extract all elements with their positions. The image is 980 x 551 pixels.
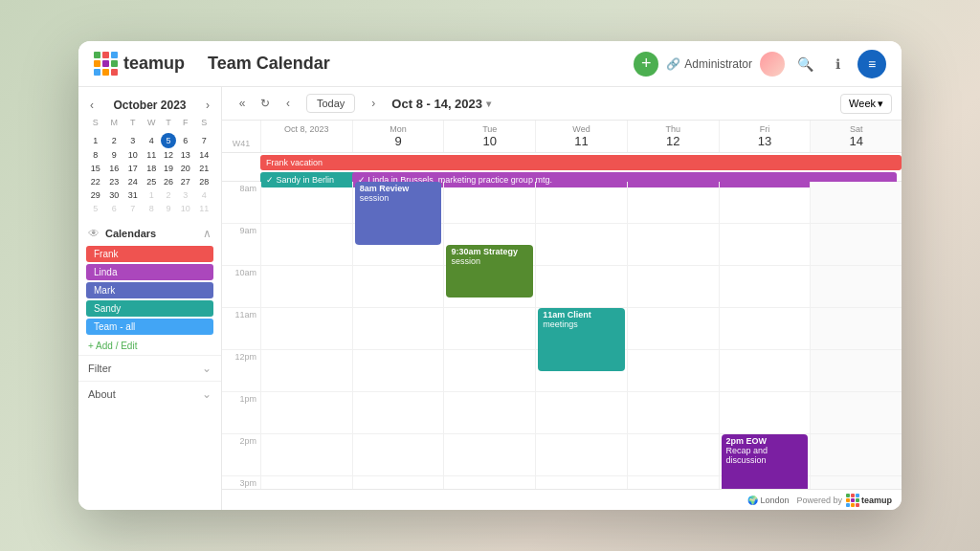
refresh-button[interactable]: ↻ — [255, 93, 276, 114]
cal-nav: « ↻ ‹ — [232, 93, 299, 114]
table-row: 891011121314 — [86, 148, 213, 162]
day-header-s1: S — [86, 116, 105, 129]
cal-footer: 🌍 London Powered by — [222, 489, 902, 510]
date-range-arrow[interactable]: ▾ — [486, 99, 491, 109]
lock-icon: 🔗 — [666, 57, 680, 71]
calendar-item-sandy[interactable]: Sandy — [86, 300, 213, 317]
london-label: London — [760, 496, 789, 505]
table-row: 567891011 — [86, 202, 213, 215]
collapse-icon[interactable]: ∧ — [203, 227, 212, 240]
day-header-wed[interactable]: Wed 11 — [535, 121, 627, 152]
time-slot-1pm: 1pm — [222, 392, 260, 434]
table-row: 1234567 — [86, 133, 213, 148]
avatar[interactable] — [760, 52, 785, 77]
logo: teamup — [94, 52, 185, 76]
day-num-sat: 14 — [813, 134, 900, 148]
time-column: 8am 9am 10am 11am 12pm 1pm 2pm 3pm 4pm 5… — [222, 182, 260, 489]
next-button[interactable]: › — [363, 93, 384, 114]
globe-icon: 🌍 — [747, 496, 758, 505]
event-title: meetings — [543, 320, 620, 329]
footer-brand-icon: teamup — [846, 494, 892, 507]
day-header-t2: T — [161, 116, 176, 129]
header: teamup Team Calendar + 🔗 Administrator 🔍… — [78, 41, 902, 87]
view-label: Week — [849, 98, 876, 109]
event-strategy-session[interactable]: 9:30am Strategy session — [446, 245, 533, 298]
mini-cal-prev[interactable]: ‹ — [86, 99, 98, 112]
filter-accordion[interactable]: Filter ⌄ — [78, 355, 221, 381]
day-name-sat: Sat — [813, 124, 900, 134]
day-num-tue: 10 — [446, 134, 533, 148]
cal-toolbar: « ↻ ‹ Today › Oct 8 - 14, 2023 ▾ Week ▾ — [222, 87, 902, 121]
calendar-item-team[interactable]: Team - all — [86, 319, 213, 335]
day-name-tue: Tue — [446, 124, 533, 134]
admin-button[interactable]: 🔗 Administrator — [666, 57, 752, 71]
allday-events: Frank vacation ✓ Sandy in Berlin ✓ Linda… — [260, 153, 902, 181]
allday-row: Frank vacation ✓ Sandy in Berlin ✓ Linda… — [222, 153, 902, 182]
day-name-fri: Fri — [722, 124, 809, 134]
calendar-item-frank[interactable]: Frank — [86, 246, 213, 262]
event-title: session — [451, 256, 528, 266]
time-slot-9am: 9am — [222, 224, 260, 266]
day-header-t1: T — [123, 116, 143, 129]
calendar-item-mark[interactable]: Mark — [86, 282, 213, 298]
day-col-fri[interactable]: 2pm EOW Recap and discussion — [719, 182, 811, 489]
day-header-mon[interactable]: Mon 9 — [352, 121, 444, 152]
table-row: 2930311234 — [86, 188, 213, 202]
mini-calendar: ‹ October 2023 › S M T W — [78, 95, 221, 219]
logo-icon — [94, 52, 118, 76]
day-header-thu[interactable]: Thu 12 — [627, 121, 719, 152]
filter-collapse-icon: ⌄ — [202, 362, 212, 375]
day-header-m: M — [105, 116, 124, 129]
day-header-w: W — [143, 116, 162, 129]
allday-event-frank-vacation[interactable]: Frank vacation — [260, 155, 902, 170]
time-slot-12pm: 12pm — [222, 350, 260, 392]
time-grid: 8am 9am 10am 11am 12pm 1pm 2pm 3pm 4pm 5… — [222, 182, 902, 489]
prev-prev-button[interactable]: « — [232, 93, 253, 114]
day-col-wed[interactable]: 11am Client meetings — [535, 182, 627, 489]
today-button[interactable]: Today — [306, 94, 355, 113]
event-review-session[interactable]: 8am Review session — [355, 182, 442, 245]
day-col-tue[interactable]: 9:30am Strategy session — [443, 182, 535, 489]
allday-label — [222, 153, 260, 181]
event-eow-recap[interactable]: 2pm EOW Recap and discussion — [722, 434, 809, 489]
london-link[interactable]: 🌍 London — [747, 496, 789, 505]
day-header-fri[interactable]: Fri 13 — [719, 121, 811, 152]
time-slot-11am: 11am — [222, 308, 260, 350]
sidebar: ‹ October 2023 › S M T W — [78, 87, 222, 510]
time-slot-8am: 8am — [222, 182, 260, 224]
about-accordion[interactable]: About ⌄ — [78, 381, 221, 407]
day-col-sun[interactable] — [260, 182, 352, 489]
day-num-fri: 13 — [722, 134, 809, 148]
mini-cal-next[interactable]: › — [202, 99, 213, 112]
calendars-header: 👁 Calendars ∧ — [78, 219, 221, 244]
day-header-s2: S — [195, 116, 214, 129]
menu-button[interactable]: ≡ — [858, 50, 886, 78]
day-header-tue[interactable]: Tue 10 — [443, 121, 535, 152]
day-header-sun[interactable]: Oct 8, 2023 — [260, 121, 352, 152]
visibility-icon[interactable]: 👁 — [88, 227, 100, 240]
day-col-thu[interactable] — [627, 182, 719, 489]
day-col-mon[interactable]: 8am Review session 3pm ⟳ Weekly Team Mtg… — [352, 182, 444, 489]
search-button[interactable]: 🔍 — [792, 52, 817, 77]
mini-cal-grid: S M T W T F S — [86, 116, 213, 215]
day-col-sat[interactable] — [810, 182, 902, 489]
info-button[interactable]: ℹ — [825, 52, 850, 77]
filter-label: Filter — [88, 363, 111, 374]
header-actions: + 🔗 Administrator 🔍 ℹ ≡ — [634, 50, 886, 78]
prev-button[interactable]: ‹ — [278, 93, 299, 114]
event-client-meetings[interactable]: 11am Client meetings — [538, 308, 625, 371]
footer-brand-label: teamup — [861, 496, 892, 505]
day-name-mon: Mon — [355, 124, 442, 134]
day-name-sun: Oct 8, 2023 — [263, 124, 350, 134]
powered-label: Powered by — [796, 496, 842, 505]
add-event-button[interactable]: + — [634, 52, 658, 77]
about-collapse-icon: ⌄ — [202, 387, 212, 401]
app-window: teamup Team Calendar + 🔗 Administrator 🔍… — [78, 41, 902, 510]
day-num-thu: 12 — [630, 134, 717, 148]
calendar-item-linda[interactable]: Linda — [86, 264, 213, 280]
table-row: 22232425262728 — [86, 175, 213, 188]
add-edit-link[interactable]: + Add / Edit — [78, 337, 221, 355]
view-selector[interactable]: Week ▾ — [840, 94, 892, 114]
week-grid: W41 Oct 8, 2023 Mon 9 Tue 10 Wed 11 — [222, 121, 902, 489]
day-header-sat[interactable]: Sat 14 — [810, 121, 902, 152]
